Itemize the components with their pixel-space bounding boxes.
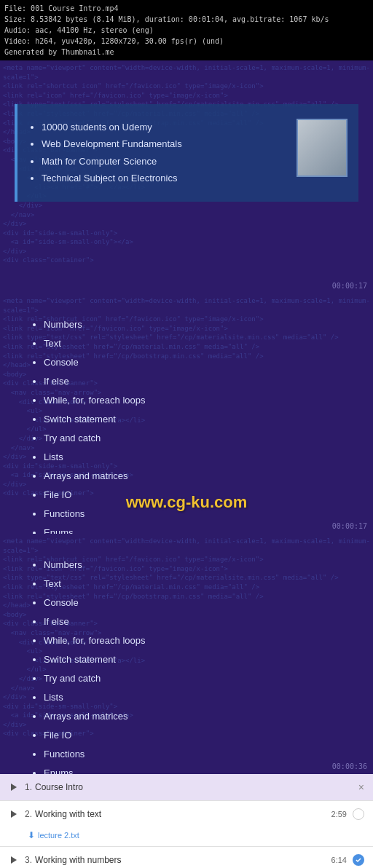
svg-marker-1 bbox=[11, 810, 17, 818]
bullet-item: Numbers bbox=[44, 315, 344, 334]
bullet-item: Try and catch bbox=[44, 669, 344, 688]
intro-section: <meta name="viewport" content="width=dev… bbox=[0, 60, 373, 293]
info-line-1: File: 001 Course Intro.mp4 bbox=[4, 3, 369, 14]
course-title: Working with numbers bbox=[35, 855, 331, 865]
intro-card-content: 10000 students on UdemyWeb Development F… bbox=[28, 119, 286, 187]
bullet-item: Enums bbox=[44, 764, 344, 774]
course-item-header[interactable]: 2.Working with text2:59 bbox=[0, 801, 373, 827]
bullet-item: Text bbox=[44, 575, 344, 593]
bullet-item: Lists bbox=[44, 688, 344, 707]
bullet-item: While, for, foreach loops bbox=[44, 391, 344, 410]
intro-bullet-item: Web Development Fundamentals bbox=[42, 135, 286, 152]
timestamp-2: 00:00:17 bbox=[332, 522, 367, 530]
course-list-section: 1.Course Intro×2.Working with text2:59⬇l… bbox=[0, 774, 373, 868]
bullet-item: If else bbox=[44, 612, 344, 631]
download-link[interactable]: ⬇lecture 2.txt bbox=[28, 830, 364, 840]
intro-bullet-item: Math for Computer Science bbox=[42, 153, 286, 170]
course-title: Course Intro bbox=[35, 782, 358, 792]
bullets-ul-2: NumbersTextConsoleIf elseWhile, for, for… bbox=[29, 556, 344, 774]
bullets-section-1: <meta name="viewport" content="width=dev… bbox=[0, 293, 373, 534]
course-number: 1. bbox=[25, 782, 32, 792]
info-line-5: Generated by Thumbnail.me bbox=[4, 47, 369, 58]
bullet-item: Arrays and matrices bbox=[44, 707, 344, 726]
info-bar: File: 001 Course Intro.mp4 Size: 8.53842… bbox=[0, 0, 373, 60]
svg-marker-2 bbox=[11, 856, 17, 864]
bullet-item: Lists bbox=[44, 448, 344, 467]
bullet-item: Numbers bbox=[44, 556, 344, 575]
download-filename: lecture 2.txt bbox=[38, 831, 79, 840]
course-duration: 6:14 bbox=[331, 856, 347, 864]
bullets-section-2: <meta name="viewport" content="width=dev… bbox=[0, 534, 373, 774]
bullet-item: Console bbox=[44, 593, 344, 612]
download-arrow-icon: ⬇ bbox=[28, 830, 35, 840]
course-item: 1.Course Intro× bbox=[0, 774, 373, 801]
intro-bullet-item: 10000 students on Udemy bbox=[42, 119, 286, 135]
play-icon bbox=[9, 809, 19, 819]
bullet-item: Arrays and matrices bbox=[44, 467, 344, 486]
check-icon-empty[interactable] bbox=[353, 808, 364, 820]
avatar-image bbox=[298, 120, 346, 175]
info-line-2: Size: 8.53842 bytes (8.14 MiB), duration… bbox=[4, 14, 369, 25]
course-duration: 2:59 bbox=[331, 810, 347, 818]
info-line-3: Audio: aac, 44100 Hz, stereo (eng) bbox=[4, 25, 369, 36]
course-number: 3. bbox=[25, 855, 32, 865]
bullet-item: While, for, foreach loops bbox=[44, 631, 344, 650]
course-number: 2. bbox=[25, 809, 32, 819]
bullets-list-2: NumbersTextConsoleIf elseWhile, for, for… bbox=[0, 534, 373, 774]
info-line-4: Video: h264, yuv420p, 1280x720, 30.00 fp… bbox=[4, 36, 369, 47]
bullet-item: File IO bbox=[44, 726, 344, 745]
timestamp-3: 00:00:36 bbox=[332, 762, 367, 770]
svg-marker-0 bbox=[11, 784, 17, 791]
course-item-header[interactable]: 3.Working with numbers6:14 bbox=[0, 847, 373, 868]
avatar bbox=[297, 119, 348, 177]
play-icon bbox=[9, 855, 19, 865]
expand-icon[interactable]: × bbox=[358, 781, 364, 793]
bullet-item: Functions bbox=[44, 745, 344, 764]
timestamp-1: 00:00:17 bbox=[332, 282, 367, 290]
course-title: Working with text bbox=[35, 809, 331, 819]
bullet-item: Console bbox=[44, 353, 344, 372]
course-item: 2.Working with text2:59⬇lecture 2.txt bbox=[0, 801, 373, 847]
course-item-header[interactable]: 1.Course Intro× bbox=[0, 774, 373, 800]
check-icon[interactable] bbox=[353, 854, 364, 866]
bullet-item: Try and catch bbox=[44, 429, 344, 448]
course-list: 1.Course Intro×2.Working with text2:59⬇l… bbox=[0, 774, 373, 868]
bullet-item: Text bbox=[44, 334, 344, 353]
bullet-item: Switch statement bbox=[44, 650, 344, 669]
course-item: 3.Working with numbers6:14⬇lecture 3.txt bbox=[0, 847, 373, 868]
bullet-item: Switch statement bbox=[44, 410, 344, 429]
watermark: www.cg-ku.com bbox=[126, 493, 248, 512]
play-icon bbox=[9, 782, 19, 792]
intro-card: 10000 students on UdemyWeb Development F… bbox=[15, 104, 358, 202]
intro-bullet-item: Technical Subject on Electronics bbox=[42, 170, 286, 186]
bullet-item: If else bbox=[44, 372, 344, 391]
intro-bullets: 10000 students on UdemyWeb Development F… bbox=[28, 119, 286, 187]
bullet-item: Enums bbox=[44, 524, 344, 534]
download-row: ⬇lecture 2.txt bbox=[0, 827, 373, 846]
